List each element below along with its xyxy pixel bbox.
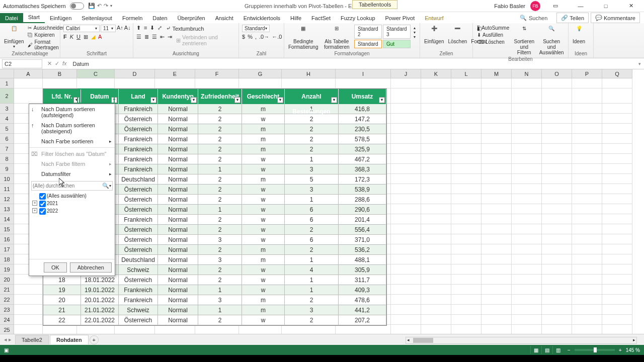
col-header-C[interactable]: C [77, 69, 115, 78]
table-cell[interactable]: w [242, 185, 285, 195]
table-cell[interactable]: 2 [285, 144, 339, 154]
row-header[interactable]: 22 [0, 295, 14, 305]
filter-search-input[interactable] [33, 183, 102, 189]
table-cell[interactable]: m [242, 104, 285, 114]
ribbon-tab-formeln[interactable]: Formeln [117, 13, 147, 23]
page-layout-view-icon[interactable]: ▤ [541, 346, 552, 354]
table-cell[interactable]: 1 [198, 305, 242, 315]
zoom-slider[interactable] [575, 349, 615, 351]
year-2021-checkbox[interactable]: +2021 [32, 200, 112, 208]
table-cell[interactable]: 467,2 [339, 154, 386, 164]
row-header[interactable]: 1 [0, 78, 14, 88]
row-header[interactable]: 13 [0, 204, 14, 214]
table-cell[interactable]: 19 [43, 285, 81, 295]
row-header[interactable]: 17 [0, 244, 14, 254]
table-cell[interactable]: 2 [285, 245, 339, 255]
col-header-E[interactable]: E [155, 69, 195, 78]
col-header-A[interactable]: A [14, 69, 43, 78]
autosave-toggle[interactable] [70, 3, 84, 10]
table-cell[interactable]: 172,3 [339, 174, 386, 185]
col-header-H[interactable]: H [282, 69, 336, 78]
table-cell[interactable]: 21 [43, 305, 81, 315]
expand-formula-icon[interactable]: ▾ [635, 61, 644, 66]
table-cell[interactable]: m [242, 305, 285, 315]
row-header[interactable]: 7 [0, 144, 14, 154]
col-header-N[interactable]: N [512, 69, 542, 78]
table-cell[interactable]: 305,9 [339, 265, 386, 275]
table-cell[interactable]: 20.01.2022 [81, 295, 119, 305]
style-good[interactable]: Gut [383, 40, 411, 48]
table-cell[interactable]: 20 [43, 295, 81, 305]
fill-button[interactable]: ⬇ Ausfüllen [476, 32, 510, 38]
table-cell[interactable]: 288,6 [339, 195, 386, 205]
table-cell[interactable]: Frankreich [119, 144, 158, 154]
row-header[interactable]: 15 [0, 224, 14, 234]
row-header[interactable]: 3 [0, 104, 14, 114]
ok-button[interactable]: OK [44, 262, 67, 273]
col-header-J[interactable]: J [391, 69, 421, 78]
style-standard2[interactable]: Standard 2 [354, 25, 382, 39]
table-cell[interactable]: Normal [158, 154, 198, 164]
table-cell[interactable]: w [242, 205, 285, 215]
table-cell[interactable]: w [242, 225, 285, 235]
record-macro-icon[interactable]: ▣ [4, 347, 9, 353]
table-cell[interactable]: Normal [158, 295, 198, 305]
filter-tree[interactable]: (Alles auswählen) +2021 +2022 [32, 193, 112, 258]
table-header[interactable]: Datum▾ [81, 89, 119, 104]
align-bottom-icon[interactable]: ⬇ [150, 25, 154, 32]
table-cell[interactable]: w [242, 195, 285, 205]
row-header[interactable]: 20 [0, 275, 14, 285]
table-cell[interactable]: 556,4 [339, 225, 386, 235]
select-all-corner[interactable] [0, 69, 14, 78]
row-header[interactable]: 14 [0, 214, 14, 224]
filter-button[interactable]: ▾ [111, 97, 117, 103]
filter-button[interactable]: ▾ [379, 97, 385, 103]
table-cell[interactable]: 538,9 [339, 185, 386, 195]
row-header[interactable]: 5 [0, 124, 14, 134]
table-cell[interactable]: Normal [158, 144, 198, 154]
confirm-formula-icon[interactable]: ✓ [55, 60, 59, 67]
table-cell[interactable]: 290,6 [339, 205, 386, 215]
ideas-button[interactable]: 💡Ideen [572, 25, 586, 45]
table-header[interactable]: Land▾ [119, 89, 158, 104]
table-cell[interactable]: Frankreich [119, 104, 158, 114]
table-cell[interactable]: Frankreich [119, 285, 158, 295]
clear-filter-item[interactable]: ⌧Filter löschen aus "Datum" [29, 149, 115, 159]
orientation-icon[interactable]: ⤢ [157, 25, 162, 32]
table-cell[interactable]: 3 [285, 185, 339, 195]
sheet-tab[interactable]: Rohdaten [50, 335, 89, 344]
table-cell[interactable]: 1 [285, 255, 339, 265]
table-cell[interactable]: Österreich [119, 275, 158, 285]
row-header[interactable]: 25 [0, 325, 14, 334]
name-box[interactable]: C2 [2, 59, 42, 68]
table-cell[interactable]: Österreich [119, 205, 158, 215]
table-cell[interactable]: 2 [285, 315, 339, 325]
table-cell[interactable]: m [242, 144, 285, 154]
table-cell[interactable]: 2 [198, 195, 242, 205]
table-cell[interactable]: Normal [158, 265, 198, 275]
save-icon[interactable]: 💾 [88, 3, 95, 9]
color-filter-item[interactable]: Nach Farbe filtern▸ [29, 159, 115, 169]
font-family-combo[interactable]: Calibri▾ [63, 25, 100, 32]
table-header[interactable]: Zufriedenheit▾ [198, 89, 242, 104]
table-cell[interactable]: Österreich [119, 225, 158, 235]
table-cell[interactable]: 325,9 [339, 144, 386, 154]
table-cell[interactable]: 2 [198, 225, 242, 235]
page-break-view-icon[interactable]: ▥ [552, 346, 564, 354]
table-cell[interactable]: Schweiz [119, 265, 158, 275]
zoom-level[interactable]: 145 % [626, 347, 640, 353]
table-cell[interactable]: Normal [158, 174, 198, 185]
table-cell[interactable]: Normal [158, 185, 198, 195]
merge-button[interactable]: ⊞ Verbinden und zentrieren [175, 34, 235, 47]
col-header-G[interactable]: G [239, 69, 282, 78]
table-cell[interactable]: 1 [285, 285, 339, 295]
align-left-icon[interactable]: ☰ [136, 34, 141, 47]
ribbon-tab-daten[interactable]: Daten [147, 13, 172, 23]
table-cell[interactable]: 2 [198, 265, 242, 275]
cancel-formula-icon[interactable]: ✕ [47, 60, 52, 67]
table-cell[interactable]: 22 [43, 315, 81, 325]
align-right-icon[interactable]: ☰ [152, 34, 157, 47]
sort-asc-item[interactable]: ↓Nach Datum sortieren (aufsteigend) [29, 104, 115, 120]
row-header[interactable]: 9 [0, 164, 14, 174]
table-cell[interactable]: w [242, 164, 285, 174]
